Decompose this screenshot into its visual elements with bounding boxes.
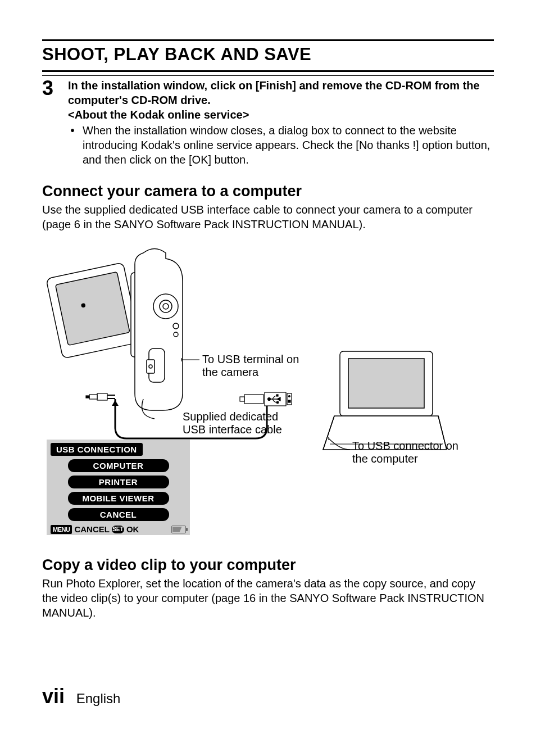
step-instruction: In the installation window, click on [Fi… [68, 78, 494, 107]
svg-rect-1 [56, 272, 130, 346]
label-usb-pc: To USB connector on the computer [352, 440, 465, 465]
page-footer: vii English [42, 685, 120, 708]
rule-top-thick [42, 39, 494, 41]
svg-rect-14 [97, 393, 107, 400]
svg-rect-24 [276, 395, 278, 396]
menu-item-computer[interactable]: COMPUTER [68, 459, 169, 472]
label-cable: Supplied dedicated USB interface cable [183, 410, 301, 436]
section-copy-para: Run Photo Explorer, set the location of … [42, 576, 494, 620]
section-connect-para: Use the supplied dedicated USB interface… [42, 202, 494, 232]
svg-point-8 [174, 332, 178, 337]
svg-rect-28 [288, 400, 290, 402]
svg-point-27 [289, 396, 290, 397]
menu-item-cancel[interactable]: CANCEL [68, 508, 169, 521]
svg-point-7 [173, 323, 179, 329]
svg-rect-19 [244, 395, 264, 404]
camera-icon [46, 249, 183, 419]
step-3: 3 In the installation window, click on [… [42, 78, 494, 167]
menu-item-printer[interactable]: PRINTER [68, 476, 169, 488]
section-connect-heading: Connect your camera to a computer [42, 183, 494, 200]
svg-rect-20 [240, 397, 244, 401]
svg-rect-16 [86, 396, 89, 398]
svg-point-2 [81, 304, 85, 307]
bullet-text: When the installation window closes, a d… [83, 123, 494, 167]
svg-rect-13 [348, 359, 424, 408]
step-number: 3 [42, 78, 58, 167]
svg-rect-10 [147, 360, 155, 373]
step-subheading: <About the Kodak online service> [68, 107, 494, 122]
footer-cancel-label: CANCEL [74, 524, 110, 534]
page-language: English [76, 691, 121, 706]
svg-point-25 [276, 401, 279, 404]
menu-item-mobile-viewer[interactable]: MOBILE VIEWER [68, 492, 169, 505]
set-badge: SET [112, 526, 124, 533]
svg-point-6 [163, 304, 169, 309]
label-usb-camera: To USB terminal on the camera [202, 353, 315, 379]
page-number: vii [42, 685, 65, 708]
footer-ok-label: OK [126, 524, 139, 534]
page-title: SHOOT, PLAY BACK AND SAVE [42, 44, 494, 65]
laptop-icon [323, 351, 447, 450]
bullet-dot: • [68, 123, 77, 167]
svg-rect-15 [89, 395, 97, 399]
usb-connection-menu: USB CONNECTION COMPUTER PRINTER MOBILE V… [47, 440, 190, 535]
battery-icon [171, 526, 186, 533]
section-copy-heading: Copy a video clip to your computer [42, 556, 494, 574]
menu-header: USB CONNECTION [51, 443, 143, 456]
rule-under-title [42, 75, 494, 76]
menu-badge: MENU [51, 525, 72, 534]
connection-diagram: To USB terminal on the camera Supplied d… [42, 242, 447, 540]
